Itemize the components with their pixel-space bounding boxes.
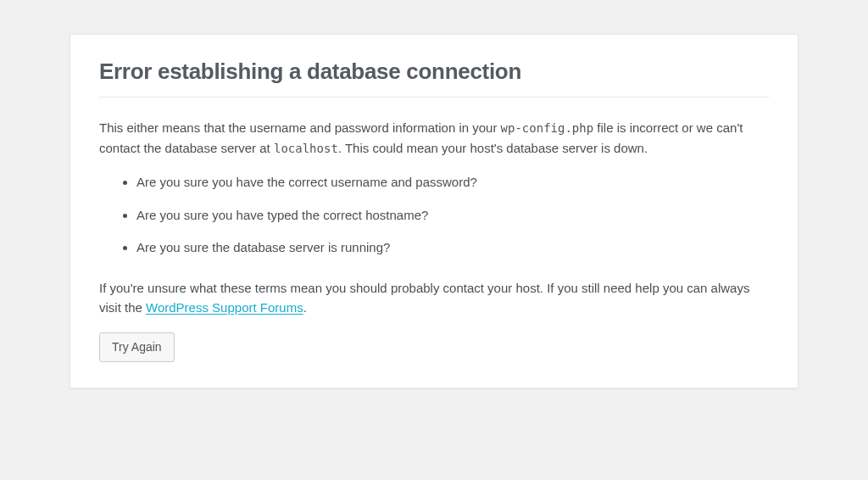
button-row: Try Again [99, 332, 769, 362]
list-item: Are you sure you have typed the correct … [136, 206, 769, 226]
host-code: localhost [274, 142, 338, 155]
error-outro-paragraph: If you're unsure what these terms mean y… [99, 278, 769, 318]
config-file-code: wp-config.php [501, 121, 594, 135]
outro-text-post: . [303, 300, 307, 315]
try-again-button[interactable]: Try Again [99, 332, 175, 362]
error-intro-paragraph: This either means that the username and … [99, 118, 769, 158]
list-item: Are you sure the database server is runn… [136, 238, 769, 258]
support-forums-link[interactable]: WordPress Support Forums [146, 300, 303, 315]
error-checklist: Are you sure you have the correct userna… [99, 173, 769, 258]
intro-text-post: . This could mean your host's database s… [338, 141, 648, 155]
list-item: Are you sure you have the correct userna… [136, 173, 769, 193]
error-card: Error establishing a database connection… [70, 34, 798, 388]
intro-text-pre: This either means that the username and … [99, 120, 501, 135]
error-title: Error establishing a database connection [99, 59, 769, 98]
